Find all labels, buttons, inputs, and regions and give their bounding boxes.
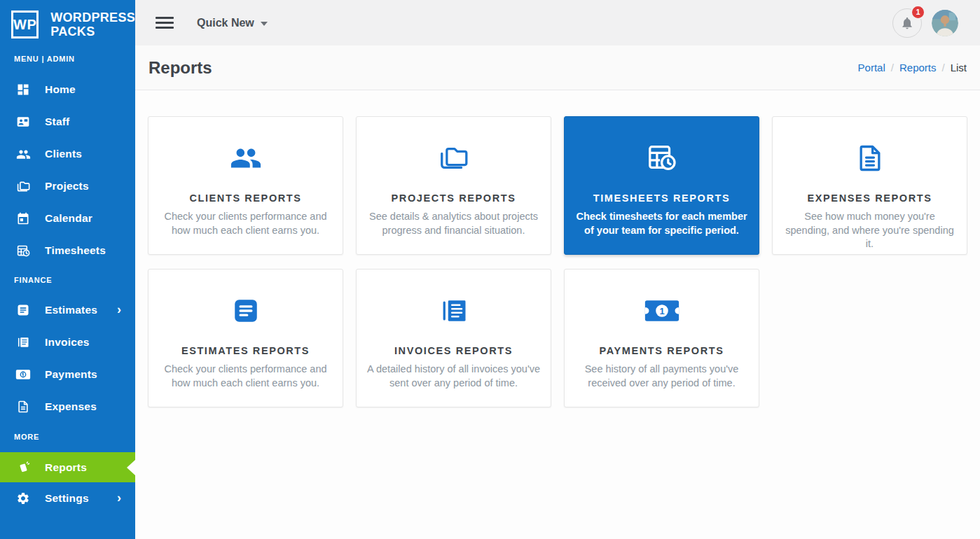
sidebar-item-label: Expenses xyxy=(45,400,97,413)
card-description: See history of all payments you've recei… xyxy=(574,363,750,390)
card-expenses-reports[interactable]: EXPENSES REPORTS See how much money you'… xyxy=(772,116,967,255)
people-icon xyxy=(15,147,31,161)
gear-icon xyxy=(15,491,31,505)
card-title: PAYMENTS REPORTS xyxy=(600,345,724,356)
card-title: CLIENTS REPORTS xyxy=(189,192,301,204)
folders-icon xyxy=(438,141,470,176)
sidebar-item-label: Reports xyxy=(45,461,87,474)
card-description: See how much money you're spending, and … xyxy=(782,210,958,251)
brand-name: WORDPRESS PACKS xyxy=(50,10,135,38)
breadcrumb-link-reports[interactable]: Reports xyxy=(899,62,937,74)
bill-digit: 1 xyxy=(659,306,664,316)
page-header: Reports Portal / Reports / List xyxy=(135,46,980,90)
card-title: TIMESHEETS REPORTS xyxy=(593,192,731,204)
card-projects-reports[interactable]: PROJECTS REPORTS See details & analytics… xyxy=(356,116,551,255)
card-description: Check your clients performance and how m… xyxy=(158,210,334,237)
list-square-icon xyxy=(15,303,31,317)
sidebar-item-label: Estimates xyxy=(45,304,97,316)
sidebar-item-label: Payments xyxy=(45,368,97,381)
badge-person-icon xyxy=(15,115,31,129)
sidebar-item-label: Invoices xyxy=(45,336,90,349)
sidebar-item-timesheets[interactable]: Timesheets xyxy=(0,234,135,267)
sidebar: WP WORDPRESS PACKS MENU | ADMIN Home Sta… xyxy=(0,0,135,539)
notification-badge: 1 xyxy=(911,5,925,20)
people-icon xyxy=(230,141,262,176)
page-title: Reports xyxy=(149,58,212,78)
topbar: Quick New 1 xyxy=(135,0,980,46)
reports-grid: CLIENTS REPORTS Check your clients perfo… xyxy=(148,116,967,407)
caret-down-icon xyxy=(261,22,268,26)
sidebar-item-clients[interactable]: Clients xyxy=(0,138,135,170)
sidebar-item-reports[interactable]: Reports xyxy=(0,452,135,482)
table-clock-icon xyxy=(15,244,31,258)
card-estimates-reports[interactable]: ESTIMATES REPORTS Check your clients per… xyxy=(148,269,343,407)
menu-admin-label: MENU | ADMIN xyxy=(14,55,121,64)
money-bill-icon xyxy=(15,368,31,382)
sidebar-item-label: Home xyxy=(45,83,76,96)
breadcrumb-separator: / xyxy=(891,62,894,74)
card-description: See details & analytics about projects p… xyxy=(366,210,542,237)
chevron-right-icon: › xyxy=(117,491,121,504)
report-card-icon xyxy=(15,461,31,475)
logo-text: WP xyxy=(13,17,36,33)
sidebar-item-projects[interactable]: Projects xyxy=(0,170,135,202)
card-title: EXPENSES REPORTS xyxy=(808,192,932,204)
calendar-icon xyxy=(15,211,31,225)
sidebar-item-calendar[interactable]: Calendar xyxy=(0,202,135,234)
breadcrumb-separator: / xyxy=(941,62,944,74)
document-icon xyxy=(855,141,885,176)
wp-logo-icon: WP xyxy=(11,10,39,38)
brand-line1: WORDPRESS xyxy=(50,10,135,24)
sidebar-item-invoices[interactable]: Invoices xyxy=(0,326,135,358)
card-invoices-reports[interactable]: INVOICES REPORTS A detailed history of a… xyxy=(356,269,551,407)
folders-icon xyxy=(15,179,31,193)
bell-icon xyxy=(900,16,914,30)
sidebar-nav: Home Staff Clients Projects Calendar xyxy=(0,74,135,514)
sidebar-item-staff[interactable]: Staff xyxy=(0,106,135,138)
page-lines-icon xyxy=(15,335,31,349)
user-avatar[interactable] xyxy=(932,10,958,36)
finance-section-label: FINANCE xyxy=(0,276,135,286)
card-title: PROJECTS REPORTS xyxy=(392,192,516,204)
app-logo[interactable]: WP WORDPRESS PACKS xyxy=(0,0,135,41)
card-description: A detailed history of all invoices you'v… xyxy=(366,363,542,390)
sidebar-item-home[interactable]: Home xyxy=(0,74,135,106)
card-title: ESTIMATES REPORTS xyxy=(181,345,310,356)
sidebar-item-estimates[interactable]: Estimates › xyxy=(0,294,135,326)
card-title: INVOICES REPORTS xyxy=(394,345,513,356)
brand-line2: PACKS xyxy=(50,24,135,38)
card-description: Check your clients performance and how m… xyxy=(158,363,334,390)
sidebar-item-label: Clients xyxy=(45,148,82,160)
menu-toggle-button[interactable] xyxy=(156,14,174,31)
breadcrumb: Portal / Reports / List xyxy=(858,62,967,74)
sidebar-item-payments[interactable]: Payments xyxy=(0,358,135,391)
money-bill-icon: 1 xyxy=(644,293,680,328)
quick-new-label: Quick New xyxy=(197,17,254,29)
main-content: CLIENTS REPORTS Check your clients perfo… xyxy=(135,91,980,539)
sidebar-item-label: Staff xyxy=(45,115,69,128)
active-item-notch xyxy=(127,460,135,475)
quick-new-dropdown[interactable]: Quick New xyxy=(197,17,268,29)
sidebar-item-label: Calendar xyxy=(45,212,92,225)
chevron-right-icon: › xyxy=(117,303,121,316)
card-description: Check timesheets for each member of your… xyxy=(574,210,750,237)
card-timesheets-reports[interactable]: TIMESHEETS REPORTS Check timesheets for … xyxy=(564,116,759,255)
sidebar-item-label: Settings xyxy=(45,492,89,505)
more-section-label: MORE xyxy=(0,433,135,442)
dashboard-icon xyxy=(15,83,31,97)
sidebar-item-label: Timesheets xyxy=(45,244,106,257)
card-clients-reports[interactable]: CLIENTS REPORTS Check your clients perfo… xyxy=(148,116,343,255)
document-icon xyxy=(15,400,31,414)
list-square-icon xyxy=(231,293,261,328)
sidebar-item-expenses[interactable]: Expenses xyxy=(0,391,135,423)
table-clock-icon xyxy=(646,141,678,176)
breadcrumb-link-portal[interactable]: Portal xyxy=(858,62,885,74)
notifications-button[interactable]: 1 xyxy=(892,8,922,38)
sidebar-item-settings[interactable]: Settings › xyxy=(0,482,135,514)
card-payments-reports[interactable]: 1 PAYMENTS REPORTS See history of all pa… xyxy=(564,269,759,407)
page-lines-icon xyxy=(439,293,469,328)
breadcrumb-current: List xyxy=(951,62,967,74)
sidebar-item-label: Projects xyxy=(45,180,89,192)
